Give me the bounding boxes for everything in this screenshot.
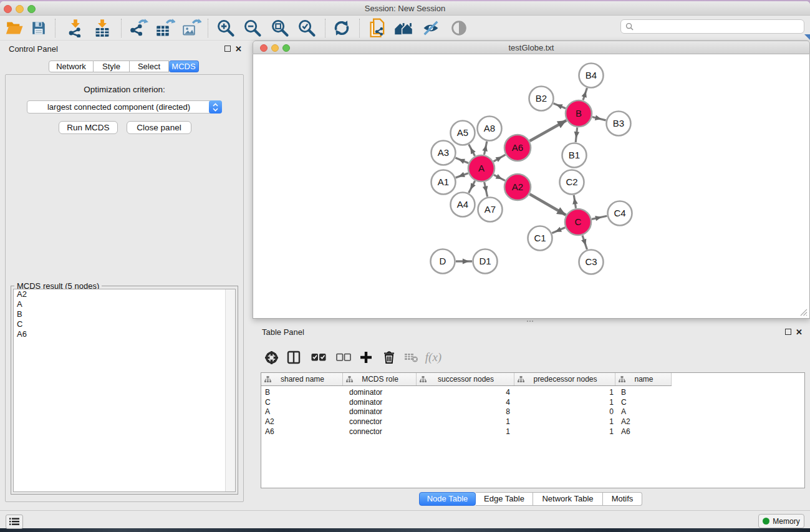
select-all-columns-icon[interactable] (310, 349, 327, 366)
split-panel-icon[interactable] (285, 349, 302, 366)
search-input[interactable] (634, 22, 804, 31)
control-panel-float-button[interactable] (224, 46, 231, 52)
criterion-dropdown[interactable]: largest connected component (directed) (27, 100, 222, 114)
column-header-predecessor-nodes[interactable]: predecessor nodes (514, 373, 615, 385)
search-box[interactable] (620, 19, 804, 34)
column-header-shared-name[interactable]: shared name (261, 373, 343, 385)
unselect-all-columns-icon[interactable] (335, 349, 352, 366)
mcds-result-items: A2ABCA6 (14, 289, 235, 339)
memory-label: Memory (773, 517, 799, 526)
table-row[interactable]: Adominator80A (261, 407, 804, 417)
delete-table-icon[interactable] (403, 349, 420, 366)
resize-grip-icon[interactable] (798, 307, 808, 317)
window-title: Session: New Session (0, 1, 810, 16)
titlebar: Session: New Session (0, 1, 810, 16)
tab-style[interactable]: Style (94, 60, 130, 72)
main-toolbar (0, 16, 810, 41)
table-panel-float-button[interactable] (785, 329, 791, 335)
network-minimize-button[interactable] (271, 44, 279, 52)
column-type-icon (518, 376, 524, 382)
edge-arrowhead (556, 104, 563, 109)
export-table-icon[interactable] (154, 18, 176, 38)
home-icon[interactable] (393, 18, 415, 38)
table-cell: C (621, 398, 627, 408)
refresh-icon[interactable] (330, 18, 353, 38)
mcds-result-groupbox: MCDS result (5 nodes) A2ABCA6 (11, 286, 238, 495)
tab-network[interactable]: Network (49, 60, 94, 72)
open-session-icon[interactable] (3, 18, 26, 38)
tab-motifs[interactable]: Motifs (603, 492, 642, 506)
table-panel-tabs: Node TableEdge TableNetwork TableMotifs (419, 492, 642, 506)
mcds-result-item[interactable]: C (14, 319, 235, 329)
import-table-icon[interactable] (91, 18, 113, 38)
mcds-result-item[interactable]: A6 (14, 329, 235, 339)
function-builder-icon[interactable]: f(x) (425, 349, 442, 366)
network-window-title: testGlobe.txt (253, 41, 809, 54)
minimize-window-button[interactable] (16, 5, 24, 13)
node-label-A4: A4 (457, 199, 468, 210)
tab-select[interactable]: Select (130, 60, 169, 72)
network-canvas[interactable]: AA1A2A3A4A5A6A7A8BB1B2B3B4CC1C2C3C4DD1 (253, 54, 810, 319)
table-cell: 1 (261, 417, 614, 427)
dropdown-stepper-icon (209, 100, 222, 114)
column-type-icon (619, 376, 625, 382)
node-label-C1: C1 (534, 233, 546, 243)
mcds-result-item[interactable]: B (14, 309, 235, 319)
export-network-icon[interactable] (127, 18, 150, 38)
add-column-icon[interactable] (357, 349, 375, 366)
splitter-handle[interactable] (527, 321, 533, 322)
zoom-window-button[interactable] (27, 5, 36, 13)
node-table-body: Bdominator41BCdominator41CAdominator80AA… (261, 388, 804, 437)
tab-mcds[interactable]: MCDS (169, 60, 199, 72)
column-header-successor-nodes[interactable]: successor nodes (417, 373, 514, 385)
table-cell: 0 (261, 407, 614, 417)
search-icon (625, 22, 634, 31)
column-header-name[interactable]: name (615, 373, 672, 385)
node-label-B3: B3 (613, 118, 624, 128)
network-close-button[interactable] (260, 44, 268, 52)
column-header-MCDS-role[interactable]: MCDS role (343, 373, 417, 385)
table-settings-icon[interactable] (263, 349, 280, 366)
edge-arrowhead (463, 258, 470, 264)
node-table: shared nameMCDS rolesuccessor nodesprede… (261, 372, 805, 488)
memory-button[interactable]: Memory (758, 514, 804, 528)
toolbar-separator (121, 19, 122, 37)
table-row[interactable]: A6connector11A6 (261, 427, 804, 437)
zoom-selected-icon[interactable] (296, 18, 318, 38)
mcds-result-item[interactable]: A (14, 299, 235, 309)
run-mcds-button[interactable]: Run MCDS (59, 121, 118, 134)
node-label-C3: C3 (585, 256, 597, 267)
network-zoom-button[interactable] (282, 44, 290, 52)
zoom-in-icon[interactable] (215, 18, 237, 38)
table-cell: A (621, 407, 626, 417)
control-panel-close-button[interactable]: ✕ (235, 46, 242, 53)
table-row[interactable]: Bdominator41B (261, 388, 804, 398)
table-row[interactable]: Cdominator41C (261, 398, 804, 408)
delete-column-icon[interactable] (380, 349, 398, 366)
scrollbar-track[interactable] (225, 289, 235, 491)
edge-arrowhead (581, 239, 586, 246)
tab-network-table[interactable]: Network Table (533, 492, 603, 506)
network-graph[interactable]: AA1A2A3A4A5A6A7A8BB1B2B3B4CC1C2C3C4DD1 (253, 54, 809, 317)
export-image-icon[interactable] (180, 18, 203, 38)
tab-node-table[interactable]: Node Table (419, 492, 476, 506)
node-label-C4: C4 (614, 208, 625, 218)
hide-graphics-details-icon[interactable] (420, 18, 442, 38)
zoom-out-icon[interactable] (241, 18, 264, 38)
table-panel-close-button[interactable]: ✕ (796, 329, 803, 336)
status-bar: Memory (0, 510, 810, 528)
save-session-icon[interactable] (27, 18, 50, 38)
zoom-fit-icon[interactable] (269, 18, 291, 38)
import-network-icon[interactable] (64, 18, 87, 38)
task-history-button[interactable] (6, 515, 23, 529)
close-panel-button[interactable]: Close panel (127, 121, 191, 134)
new-network-from-selection-icon[interactable] (367, 18, 389, 38)
node-label-B1: B1 (569, 150, 580, 160)
mcds-result-item[interactable]: A2 (14, 289, 235, 299)
node-label-A8: A8 (484, 123, 495, 133)
tab-edge-table[interactable]: Edge Table (476, 492, 533, 506)
table-row[interactable]: A2connector11A2 (261, 417, 804, 427)
close-window-button[interactable] (4, 5, 12, 13)
node-label-D: D (440, 256, 446, 266)
show-graphics-details-icon[interactable] (448, 18, 470, 38)
